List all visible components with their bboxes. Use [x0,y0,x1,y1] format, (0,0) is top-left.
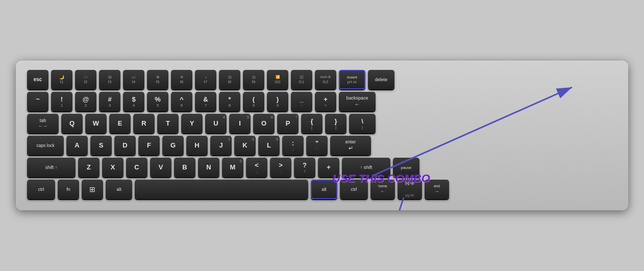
key-alt-right[interactable]: alt [311,180,337,199]
key-lbrace[interactable]: {[ [301,114,323,133]
key-m[interactable]: M0 [222,158,243,177]
key-shift-right[interactable]: ↑ shift [342,158,390,177]
key-ctrl-right[interactable]: ctrl [340,180,368,199]
key-d[interactable]: D [114,136,136,155]
key-space[interactable] [135,180,308,199]
key-6[interactable]: ^6 [171,92,192,111]
key-n[interactable]: N [198,158,219,177]
key-plus[interactable]: + [318,158,339,177]
key-f10[interactable]: 📶f10 [267,70,288,89]
key-slash[interactable]: ?/ [294,158,315,177]
key-f12[interactable]: num lkf12 [315,70,336,89]
key-end[interactable]: end→ [425,180,449,199]
key-f9[interactable]: ⊡f9 [243,70,264,89]
keyboard: esc 🌙f1 □f2 ⊟f3 ▭f4 ✲f5 ✳f6 ♪f7 ⊡f8 ⊡f9 … [16,61,628,210]
key-0[interactable]: )0 [267,92,288,111]
key-backspace[interactable]: backspace← [339,92,376,111]
key-f1[interactable]: 🌙f1 [51,70,72,89]
key-home[interactable]: home← [370,180,395,199]
asdf-row: caps lock A S D F G H J1 K2 L3 :; "' ent… [27,136,617,155]
key-y[interactable]: Y [181,114,203,133]
key-f8[interactable]: ⊡f8 [219,70,240,89]
key-pgup-pgdn[interactable]: pg up pg dn [398,180,422,199]
key-o[interactable]: O6 [253,114,275,133]
key-f2[interactable]: □f2 [75,70,96,89]
key-5[interactable]: %5 [147,92,168,111]
key-f6[interactable]: ✳f6 [171,70,192,89]
key-enter[interactable]: enter↵ [330,136,371,155]
key-v[interactable]: V [150,158,171,177]
key-alt-left[interactable]: alt [106,180,132,199]
number-row: ~` !1 @2 #3 $4 %5 ^6 &7 *8 (9 )0 _- += b… [27,92,617,111]
key-3[interactable]: #3 [99,92,120,111]
key-f4[interactable]: ▭f4 [123,70,144,89]
key-8[interactable]: *8 [219,92,240,111]
key-q[interactable]: Q [61,114,83,133]
key-t[interactable]: T [157,114,179,133]
key-a[interactable]: A [66,136,88,155]
key-tab[interactable]: tab←→ [27,114,59,133]
key-c[interactable]: C [126,158,147,177]
key-pause[interactable]: pause [393,158,419,177]
key-f3[interactable]: ⊟f3 [99,70,120,89]
key-x[interactable]: X [102,158,123,177]
key-quote[interactable]: "' [306,136,328,155]
key-semicolon[interactable]: :; [282,136,304,155]
key-shift-left[interactable]: shift ↑ [27,158,76,177]
key-i[interactable]: I5 [229,114,251,133]
key-delete[interactable]: delete [368,70,394,89]
key-k[interactable]: K2 [234,136,256,155]
key-esc[interactable]: esc [27,70,48,89]
keyboard-rows: esc 🌙f1 □f2 ⊟f3 ▭f4 ✲f5 ✳f6 ♪f7 ⊡f8 ⊡f9 … [27,70,617,199]
key-u[interactable]: U4 [205,114,227,133]
svg-line-2 [373,198,404,210]
key-rbrace[interactable]: }] [325,114,346,133]
bottom-row: ctrl fn ⊞ alt alt ctrl home← pg up pg dn… [27,180,617,199]
key-win[interactable]: ⊞ [82,180,103,199]
key-s[interactable]: S [90,136,112,155]
key-capslock[interactable]: caps lock [27,136,64,155]
key-h[interactable]: H [186,136,208,155]
key-f11[interactable]: (((f11 [291,70,312,89]
key-w[interactable]: W [85,114,107,133]
key-f5[interactable]: ✲f5 [147,70,168,89]
key-equals[interactable]: += [315,92,336,111]
fn-row: esc 🌙f1 □f2 ⊟f3 ▭f4 ✲f5 ✳f6 ♪f7 ⊡f8 ⊡f9 … [27,70,617,89]
key-7[interactable]: &7 [195,92,216,111]
key-period[interactable]: >. [270,158,291,177]
key-f7[interactable]: ♪f7 [195,70,216,89]
key-g[interactable]: G [162,136,184,155]
key-p[interactable]: P* [277,114,299,133]
key-4[interactable]: $4 [123,92,144,111]
key-f[interactable]: F [138,136,160,155]
key-2[interactable]: @2 [75,92,96,111]
key-9[interactable]: (9 [243,92,264,111]
key-1[interactable]: !1 [51,92,72,111]
zxcv-row: shift ↑ Z X C V B N M0 <, >. ?/ + ↑ shif… [27,158,617,177]
key-backslash[interactable]: \| [349,114,376,133]
key-insert[interactable]: insert prt sc [339,70,365,89]
key-r[interactable]: R [133,114,155,133]
key-l[interactable]: L3 [258,136,280,155]
key-b[interactable]: B [174,158,195,177]
key-minus[interactable]: _- [291,92,312,111]
key-comma[interactable]: <, [246,158,267,177]
key-e[interactable]: E [109,114,131,133]
key-tilde[interactable]: ~` [27,92,48,111]
key-fn[interactable]: fn [58,180,79,199]
qwerty-row: tab←→ Q W E R T Y U4 I5 O6 P* {[ }] \| [27,114,617,133]
key-z[interactable]: Z [78,158,100,177]
key-ctrl-left[interactable]: ctrl [27,180,55,199]
key-j[interactable]: J1 [210,136,232,155]
